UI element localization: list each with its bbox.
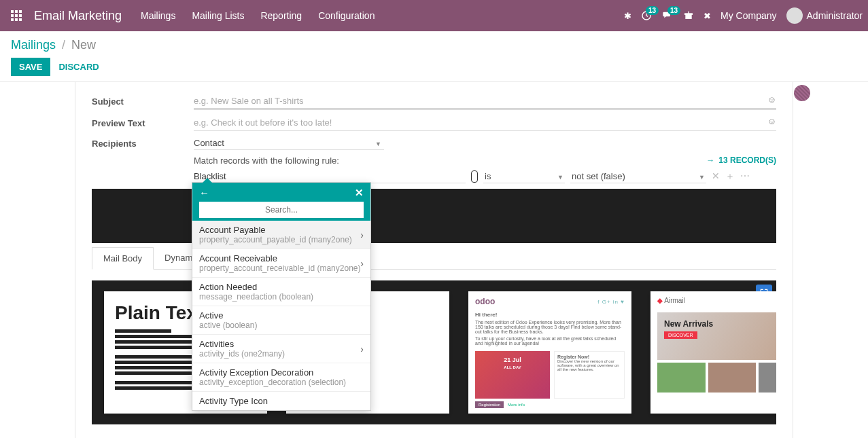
discuss-icon[interactable]: 13 <box>661 10 674 21</box>
field-option[interactable]: Activity Type Icon <box>192 391 370 410</box>
recipients-label: Recipients <box>92 139 194 149</box>
svg-rect-1 <box>15 10 18 13</box>
company-selector[interactable]: My Company <box>721 10 776 21</box>
field-option[interactable]: Account Payableproperty_account_payable_… <box>192 221 370 249</box>
app-brand[interactable]: Email Marketing <box>34 9 122 23</box>
user-menu[interactable]: Administrator <box>786 7 863 24</box>
nav-mailings[interactable]: Mailings <box>134 2 182 29</box>
template-odoo[interactable]: odoof G+ in ♥ Hi there! The next edition… <box>468 291 631 414</box>
svg-rect-7 <box>15 18 18 21</box>
breadcrumb-current: New <box>71 38 96 52</box>
breadcrumb-root[interactable]: Mailings <box>11 38 56 52</box>
chevron-right-icon: › <box>360 230 364 240</box>
nav-mailing-lists[interactable]: Mailing Lists <box>185 2 251 29</box>
svg-rect-12 <box>688 11 689 18</box>
subject-label: Subject <box>92 96 194 107</box>
preview-label: Preview Text <box>92 118 194 128</box>
discard-button[interactable]: DISCARD <box>58 62 99 72</box>
bug-icon[interactable]: ✱ <box>624 11 631 21</box>
field-list[interactable]: Account Payableproperty_account_payable_… <box>192 221 370 410</box>
discuss-badge: 13 <box>667 6 680 15</box>
nav-menu: Mailings Mailing Lists Reporting Configu… <box>134 2 381 29</box>
add-rule-icon[interactable]: ＋ <box>725 170 735 183</box>
domain-operator-select[interactable]: is▼ <box>483 170 565 183</box>
save-button[interactable]: SAVE <box>11 58 50 76</box>
tab-mail-body[interactable]: Mail Body <box>92 247 154 270</box>
user-name: Administrator <box>807 10 863 21</box>
remove-rule-icon[interactable]: ✕ <box>712 170 720 183</box>
field-option[interactable]: Activeactive (boolean) <box>192 306 370 334</box>
svg-rect-3 <box>11 14 14 17</box>
domain-value-select[interactable]: not set (false)▼ <box>570 170 706 183</box>
records-count-link[interactable]: → 13 RECORD(S) <box>706 156 776 165</box>
form-sheet: Subject ☺ Preview Text ☺ Recipients Cont… <box>75 82 793 438</box>
svg-rect-6 <box>11 18 14 21</box>
emoji-icon[interactable]: ☺ <box>767 94 776 105</box>
subject-input[interactable] <box>194 93 776 109</box>
debug-icon[interactable]: ✖ <box>704 11 711 21</box>
nav-reporting[interactable]: Reporting <box>254 2 309 29</box>
activity-icon[interactable]: 13 <box>641 10 652 21</box>
match-rule-text: Match records with the following rule: →… <box>194 156 776 166</box>
svg-rect-2 <box>19 10 22 13</box>
close-icon[interactable]: ✕ <box>355 187 364 199</box>
nav-configuration[interactable]: Configuration <box>311 2 381 29</box>
gift-icon[interactable] <box>683 10 694 22</box>
svg-rect-8 <box>19 18 22 21</box>
apps-launcher-icon[interactable] <box>5 5 27 26</box>
svg-rect-5 <box>19 14 22 17</box>
svg-rect-4 <box>15 14 18 17</box>
more-rule-icon[interactable]: ⋯ <box>740 170 750 183</box>
chatter-toggle[interactable] <box>794 85 810 101</box>
emoji-icon[interactable]: ☺ <box>767 116 776 126</box>
activity-badge: 13 <box>646 6 659 15</box>
template-airmail[interactable]: ◆ Airmailf G+ in ♥ New Arrivals DISCOVER <box>650 291 776 414</box>
field-option[interactable]: Account Receivableproperty_account_recei… <box>192 249 370 277</box>
domain-field-select[interactable]: Blacklist <box>194 170 466 183</box>
chevron-right-icon: › <box>360 344 364 354</box>
field-search-input[interactable] <box>199 202 364 218</box>
field-option[interactable]: Activitiesactivity_ids (one2many) › <box>192 334 370 363</box>
breadcrumb: Mailings / New <box>11 38 857 52</box>
field-option[interactable]: Action Neededmessage_needaction (boolean… <box>192 277 370 306</box>
resize-handle[interactable] <box>471 170 478 183</box>
chevron-right-icon: › <box>360 258 364 269</box>
field-option[interactable]: Activity Exception Decorationactivity_ex… <box>192 363 370 391</box>
svg-rect-0 <box>11 10 14 13</box>
recipients-select[interactable]: Contact ▼ <box>194 136 384 150</box>
top-navbar: Email Marketing Mailings Mailing Lists R… <box>0 0 868 31</box>
chevron-down-icon: ▼ <box>375 141 381 147</box>
preview-input[interactable] <box>194 115 776 131</box>
field-selector-popover: ← ✕ Account Payableproperty_account_paya… <box>192 182 371 411</box>
avatar <box>786 7 803 24</box>
control-panel: Mailings / New SAVE DISCARD <box>0 31 868 82</box>
back-icon[interactable]: ← <box>199 187 209 199</box>
